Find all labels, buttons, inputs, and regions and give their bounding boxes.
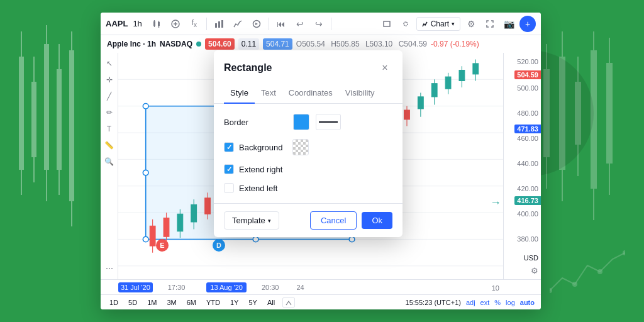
status-bar: 1D 5D 1M 3M 6M YTD 1Y 5Y All 15:55:23 (U… bbox=[101, 294, 541, 309]
template-label: Template bbox=[232, 216, 265, 225]
cursor-tool[interactable]: ↖ bbox=[103, 57, 116, 70]
extend-right-label: Extend right bbox=[239, 165, 282, 174]
svg-rect-63 bbox=[205, 198, 211, 214]
svg-rect-37 bbox=[158, 22, 160, 26]
undo-btn[interactable]: ↩ bbox=[292, 16, 308, 32]
price-scale: 520.00 504.59 500.00 480.00 471.83 460.0… bbox=[503, 53, 541, 279]
add-indicator-btn[interactable] bbox=[167, 16, 184, 32]
time-axis: 31 Jul '20 17:30 13 Aug '20 20:30 24 10 bbox=[101, 279, 541, 294]
period-5y[interactable]: 5Y bbox=[246, 298, 259, 307]
svg-rect-77 bbox=[191, 204, 197, 222]
replay-btn[interactable] bbox=[248, 16, 265, 32]
background-pattern-swatch[interactable] bbox=[292, 139, 309, 155]
percent-link[interactable]: % bbox=[494, 299, 501, 306]
svg-rect-103 bbox=[459, 70, 465, 81]
chart-type-btn[interactable]: Chart ▾ bbox=[416, 17, 460, 31]
crosshair-tool[interactable]: ✛ bbox=[103, 73, 116, 87]
background-checkbox[interactable]: ✓ bbox=[224, 142, 234, 152]
tab-visibility[interactable]: Visibility bbox=[339, 83, 381, 104]
plus-btn[interactable]: + bbox=[519, 16, 536, 32]
svg-rect-59 bbox=[150, 226, 155, 246]
tab-text[interactable]: Text bbox=[255, 83, 282, 104]
dialog-footer: Template ▾ Cancel Ok bbox=[214, 203, 402, 237]
crosshair-btn[interactable] bbox=[397, 16, 414, 32]
template-btn[interactable]: Template ▾ bbox=[224, 211, 279, 230]
svg-rect-12 bbox=[69, 50, 74, 201]
period-1y[interactable]: 1Y bbox=[228, 298, 241, 307]
period-5d[interactable]: 5D bbox=[126, 298, 140, 307]
zoom-tool[interactable]: 🔍 bbox=[103, 155, 116, 169]
more-tools-btn[interactable]: ⋯ bbox=[103, 262, 116, 275]
ok-btn[interactable]: Ok bbox=[362, 212, 392, 229]
dialog-close-btn[interactable]: × bbox=[377, 60, 392, 75]
period-6m[interactable]: 6M bbox=[184, 298, 199, 307]
line-chart-btn[interactable] bbox=[230, 16, 246, 32]
svg-rect-61 bbox=[164, 218, 169, 237]
period-3m[interactable]: 3M bbox=[164, 298, 179, 307]
price-diff: 0.11 bbox=[238, 38, 259, 50]
price-badge-471: 471.83 bbox=[514, 125, 541, 133]
candlestick-type-btn[interactable] bbox=[148, 16, 165, 32]
dialog-tabs: Style Text Coordinates Visibility bbox=[214, 83, 402, 104]
background-row: ✓ Background bbox=[224, 139, 392, 155]
svg-point-48 bbox=[404, 22, 408, 26]
bg-line-chart-icon bbox=[550, 247, 625, 297]
svg-point-31 bbox=[572, 282, 577, 287]
time-1730: 17:30 bbox=[165, 282, 188, 292]
trend-line-tool[interactable]: ╱ bbox=[103, 89, 116, 103]
status-time: 15:55:23 (UTC+1) bbox=[406, 299, 461, 306]
chart-dropdown-icon: ▾ bbox=[452, 21, 455, 27]
cancel-btn[interactable]: Cancel bbox=[310, 211, 357, 230]
camera-btn[interactable]: 📷 bbox=[501, 16, 517, 32]
svg-point-109 bbox=[143, 170, 148, 175]
line-style-btn[interactable] bbox=[316, 114, 341, 130]
interval-label[interactable]: 1h bbox=[133, 19, 142, 28]
bg-candles-left-icon bbox=[13, 19, 88, 308]
compare-btn[interactable] bbox=[282, 297, 295, 308]
measure-tool[interactable]: 📏 bbox=[103, 138, 116, 152]
bar-chart-btn[interactable] bbox=[211, 16, 227, 32]
redo-btn[interactable]: ↪ bbox=[311, 16, 327, 32]
adj-link[interactable]: adj bbox=[466, 299, 475, 306]
ext-link[interactable]: ext bbox=[480, 299, 490, 306]
text-tool[interactable]: T bbox=[103, 122, 116, 136]
price-400: 400.00 bbox=[517, 210, 538, 218]
scale-settings-btn[interactable]: ⚙ bbox=[531, 266, 538, 275]
change-val: -0.97 (-0.19%) bbox=[431, 40, 479, 48]
time-24: 24 bbox=[294, 282, 306, 292]
dialog-content: Border ✓ Background ✓ bbox=[214, 104, 402, 203]
tab-coordinates[interactable]: Coordinates bbox=[282, 83, 339, 104]
auto-link[interactable]: auto bbox=[520, 299, 535, 306]
settings-btn[interactable]: ⚙ bbox=[463, 16, 479, 32]
svg-point-112 bbox=[253, 236, 258, 242]
svg-point-106 bbox=[143, 103, 148, 108]
price-440: 440.00 bbox=[517, 160, 538, 167]
symbol-label: AAPL bbox=[106, 19, 128, 28]
period-ytd[interactable]: YTD bbox=[204, 298, 223, 307]
chart-exchange: NASDAQ bbox=[160, 40, 192, 48]
fullscreen-btn[interactable] bbox=[482, 16, 498, 32]
formula-btn[interactable]: fx bbox=[186, 16, 203, 32]
tab-style[interactable]: Style bbox=[224, 83, 255, 104]
svg-rect-97 bbox=[418, 97, 423, 109]
svg-rect-73 bbox=[404, 110, 410, 119]
period-1d[interactable]: 1D bbox=[107, 298, 121, 307]
log-link[interactable]: log bbox=[506, 299, 515, 306]
period-all[interactable]: All bbox=[265, 298, 277, 307]
extend-left-row: Extend left bbox=[224, 183, 392, 193]
period-1m[interactable]: 1M bbox=[145, 298, 159, 307]
time-10: 10 bbox=[492, 284, 499, 292]
extend-right-checkbox[interactable]: ✓ bbox=[224, 164, 234, 174]
border-color-swatch[interactable] bbox=[293, 114, 309, 130]
draw-tool[interactable]: ✏ bbox=[103, 106, 116, 119]
svg-rect-75 bbox=[177, 214, 183, 231]
high-label: H bbox=[331, 40, 336, 48]
svg-rect-101 bbox=[445, 77, 451, 89]
close-val: 504.59 bbox=[404, 40, 427, 48]
extend-left-checkbox[interactable] bbox=[224, 183, 234, 193]
rectangle-tool-btn[interactable] bbox=[379, 16, 395, 32]
price-current: 504.71 bbox=[263, 38, 292, 50]
open-label: O bbox=[296, 40, 302, 48]
fast-back-btn[interactable]: ⏮ bbox=[273, 16, 289, 32]
price-460: 460.00 bbox=[517, 135, 538, 142]
